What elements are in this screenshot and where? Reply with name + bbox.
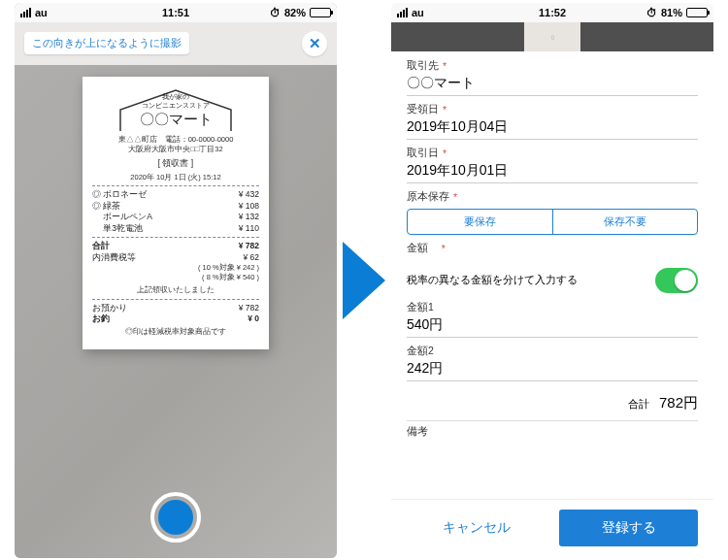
clock: 11:52	[539, 7, 566, 18]
receipt-preview: 我が家の コンビニエンスストア 〇〇マート 東△△町店 電話：00-0000-0…	[83, 77, 269, 349]
battery-icon	[310, 8, 331, 17]
seg-keep[interactable]: 要保存	[408, 210, 552, 234]
alarm-icon: ⏱	[270, 7, 281, 18]
cancel-button[interactable]: キャンセル	[407, 510, 546, 546]
amount-field: 金額 *	[407, 242, 698, 255]
amount2-field: 金額2 242円	[407, 345, 698, 381]
memo-field: 備考	[407, 425, 698, 439]
shutter-icon	[158, 500, 193, 535]
total-label: 合計	[628, 397, 649, 412]
original-storage-field: 原本保存* 要保存 保存不要	[407, 190, 698, 235]
amount2-input[interactable]: 242円	[407, 358, 698, 381]
received-date-field: 受領日* 2019年10月04日	[407, 103, 698, 140]
phone-form-screen: au 11:52 ⏱ 81% ▯ 取引先* 〇〇マート 受領日* 2019年10…	[391, 3, 713, 558]
orientation-hint: この向きが上になるように撮影	[24, 32, 189, 54]
receipt-thumbnail[interactable]: ▯	[524, 22, 580, 51]
battery-icon	[686, 8, 708, 17]
seg-discard[interactable]: 保存不要	[552, 210, 698, 234]
storage-segmented-control: 要保存 保存不要	[407, 209, 698, 235]
clock: 11:51	[162, 7, 189, 18]
submit-button[interactable]: 登録する	[559, 510, 698, 546]
transaction-date-field: 取引日* 2019年10月01日	[407, 147, 698, 183]
camera-topbar: この向きが上になるように撮影 ✕	[15, 22, 337, 65]
signal-icon	[397, 8, 408, 17]
signal-icon	[20, 8, 31, 17]
close-icon: ✕	[309, 35, 321, 52]
split-tax-label: 税率の異なる金額を分けて入力する	[407, 273, 578, 287]
amount1-field: 金額1 540円	[407, 301, 698, 338]
status-bar: au 11:51 ⏱ 82%	[15, 3, 337, 22]
thumbnail-strip[interactable]: ▯	[391, 22, 713, 51]
phone-camera-screen: au 11:51 ⏱ 82% この向きが上になるように撮影 ✕	[15, 3, 337, 558]
battery-pct: 81%	[661, 7, 682, 18]
transaction-date-input[interactable]: 2019年10月01日	[407, 160, 698, 183]
camera-viewport: 我が家の コンビニエンスストア 〇〇マート 東△△町店 電話：00-0000-0…	[15, 65, 337, 558]
vendor-field: 取引先* 〇〇マート	[407, 59, 698, 96]
vendor-input[interactable]: 〇〇マート	[407, 73, 698, 96]
total-amount: 782円	[659, 394, 698, 412]
alarm-icon: ⏱	[646, 7, 657, 18]
shutter-button[interactable]	[150, 492, 201, 543]
close-button[interactable]: ✕	[302, 31, 327, 56]
status-bar: au 11:52 ⏱ 81%	[391, 3, 713, 22]
battery-pct: 82%	[284, 7, 306, 18]
amount1-input[interactable]: 540円	[407, 314, 698, 338]
arrow-right-icon	[343, 242, 385, 319]
received-date-input[interactable]: 2019年10月04日	[407, 116, 698, 140]
carrier-label: au	[412, 7, 424, 18]
split-tax-toggle[interactable]	[655, 268, 698, 293]
carrier-label: au	[35, 7, 48, 18]
